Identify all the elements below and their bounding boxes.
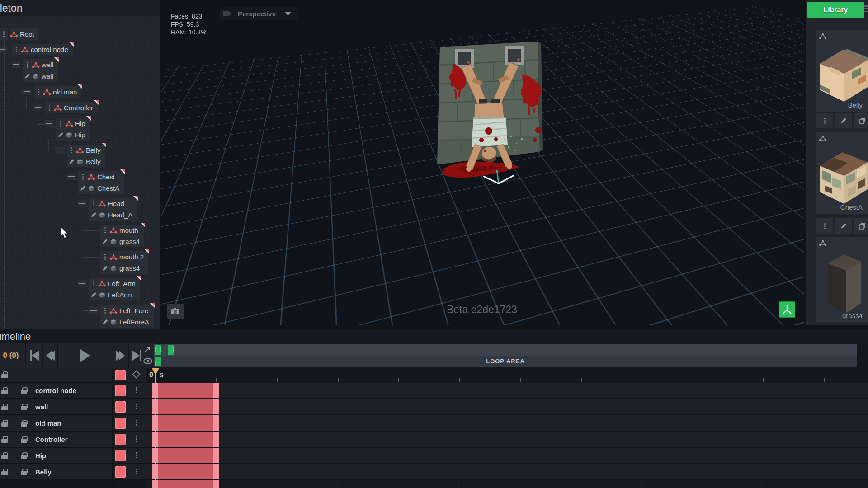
node-menu-icon[interactable] bbox=[67, 145, 76, 156]
node-menu-icon[interactable] bbox=[23, 59, 32, 70]
track-menu-icon[interactable] bbox=[136, 387, 137, 389]
library-button[interactable]: Library bbox=[807, 2, 864, 18]
tree-node-wall[interactable]: wall wall bbox=[23, 59, 58, 82]
lock-icon[interactable] bbox=[21, 436, 27, 443]
edit-pencil-icon[interactable] bbox=[89, 209, 98, 221]
tree-node-hip[interactable]: Hip Hip bbox=[56, 118, 90, 141]
collapse-toggle[interactable] bbox=[0, 46, 7, 53]
skip-start-button[interactable] bbox=[26, 343, 43, 368]
tree-node-controller[interactable]: Controller bbox=[45, 102, 98, 113]
graph-editor-icon[interactable] bbox=[144, 347, 151, 353]
library-item-belly[interactable]: Belly bbox=[816, 30, 868, 112]
node-menu-icon[interactable] bbox=[12, 44, 21, 55]
track-menu-icon[interactable] bbox=[136, 436, 137, 437]
tree-node-head[interactable]: Head Head_A bbox=[89, 198, 137, 221]
collapse-toggle[interactable] bbox=[22, 89, 32, 95]
track-row[interactable]: Belly bbox=[0, 464, 868, 480]
node-menu-icon[interactable] bbox=[100, 225, 109, 236]
viewport-3d[interactable]: Faces: 823 FPS: 59.3 RAM: 10.3% Perspect… bbox=[161, 0, 804, 325]
edit-pencil-icon[interactable] bbox=[78, 183, 87, 194]
lock-icon[interactable] bbox=[1, 371, 8, 378]
track-menu-icon[interactable] bbox=[136, 469, 137, 470]
collapse-toggle[interactable] bbox=[89, 307, 99, 314]
node-menu-icon[interactable] bbox=[100, 305, 109, 316]
tree-node-control-node[interactable]: control node bbox=[12, 44, 73, 55]
node-menu-icon[interactable] bbox=[78, 171, 87, 183]
tree-node-mouth[interactable]: mouth grass4 bbox=[100, 225, 144, 247]
track-color-swatch[interactable] bbox=[115, 434, 126, 445]
lock-icon[interactable] bbox=[1, 436, 8, 443]
lock-icon[interactable] bbox=[1, 452, 8, 459]
lock-icon[interactable] bbox=[1, 420, 8, 427]
collapse-toggle[interactable] bbox=[66, 174, 76, 180]
lock-icon[interactable] bbox=[21, 404, 27, 410]
edit-pencil-icon[interactable] bbox=[89, 289, 98, 300]
lock-icon[interactable] bbox=[21, 420, 27, 427]
collapse-toggle[interactable] bbox=[77, 280, 87, 287]
track-row[interactable]: old man bbox=[0, 415, 868, 432]
lock-icon[interactable] bbox=[21, 469, 27, 475]
item-menu-button[interactable] bbox=[816, 218, 833, 234]
loop-start-handle[interactable] bbox=[155, 357, 161, 366]
track-color-swatch[interactable] bbox=[115, 466, 126, 478]
library-item-chesta[interactable]: ChestA bbox=[816, 132, 868, 214]
tree-node-left-fore[interactable]: Left_Fore LeftForeA bbox=[100, 305, 154, 328]
playhead-handle[interactable] bbox=[152, 368, 159, 375]
timeline-zoom-strip[interactable] bbox=[154, 344, 857, 356]
item-menu-button[interactable] bbox=[816, 113, 833, 128]
item-edit-button[interactable] bbox=[835, 113, 852, 128]
track-row[interactable]: control node bbox=[0, 383, 868, 399]
node-menu-icon[interactable] bbox=[100, 251, 109, 263]
tree-node-left-arm[interactable]: Left_Arm LeftArm bbox=[89, 278, 140, 300]
visibility-eye-icon[interactable] bbox=[143, 358, 152, 364]
loop-area-strip[interactable]: LOOP AREA bbox=[154, 356, 857, 367]
collapse-toggle[interactable] bbox=[11, 61, 21, 68]
edit-pencil-icon[interactable] bbox=[100, 316, 109, 328]
node-menu-icon[interactable] bbox=[34, 86, 43, 98]
track-menu-icon[interactable] bbox=[136, 452, 137, 454]
node-menu-icon[interactable] bbox=[89, 198, 98, 209]
track-color-swatch[interactable] bbox=[115, 418, 126, 429]
edit-pencil-icon[interactable] bbox=[100, 263, 109, 274]
tree-node-chest[interactable]: Chest ChestA bbox=[78, 171, 124, 194]
node-menu-icon[interactable] bbox=[56, 118, 65, 129]
item-duplicate-button[interactable] bbox=[854, 218, 868, 234]
play-button[interactable] bbox=[58, 343, 112, 368]
node-menu-icon[interactable] bbox=[89, 278, 98, 289]
item-duplicate-button[interactable] bbox=[854, 113, 868, 128]
library-item-grass4[interactable]: grass4 bbox=[816, 237, 868, 322]
zoom-handle[interactable] bbox=[168, 345, 174, 355]
track-color-swatch[interactable] bbox=[115, 450, 126, 461]
collapse-toggle[interactable] bbox=[33, 104, 43, 111]
track-row[interactable]: wall bbox=[0, 399, 868, 415]
lock-icon[interactable] bbox=[21, 387, 27, 394]
track-row[interactable]: Controller bbox=[0, 432, 868, 448]
fast-forward-button[interactable] bbox=[112, 343, 129, 368]
track-menu-icon[interactable] bbox=[136, 404, 137, 405]
zoom-handle[interactable] bbox=[155, 345, 161, 355]
lock-icon[interactable] bbox=[1, 387, 8, 394]
edit-pencil-icon[interactable] bbox=[56, 129, 65, 141]
tree-node-root[interactable]: Root bbox=[10, 28, 39, 40]
menu-icon[interactable] bbox=[864, 5, 868, 14]
track-row[interactable]: Hip bbox=[0, 448, 868, 464]
node-menu-icon[interactable] bbox=[45, 102, 54, 113]
tree-node-mouth-2[interactable]: mouth 2 grass4 bbox=[100, 251, 148, 274]
edit-pencil-icon[interactable] bbox=[23, 70, 32, 82]
collapse-toggle[interactable] bbox=[55, 147, 65, 154]
lock-icon[interactable] bbox=[21, 452, 27, 459]
track-color-swatch[interactable] bbox=[115, 401, 126, 413]
edit-pencil-icon[interactable] bbox=[100, 236, 109, 247]
tree-node-root-menu[interactable] bbox=[0, 28, 8, 40]
keyframe-diamond-icon[interactable] bbox=[132, 370, 140, 378]
tree-node-old-man[interactable]: old man bbox=[34, 86, 81, 98]
item-edit-button[interactable] bbox=[835, 218, 852, 234]
track-color-swatch[interactable] bbox=[115, 385, 126, 396]
lock-icon[interactable] bbox=[1, 404, 8, 410]
edit-pencil-icon[interactable] bbox=[67, 156, 76, 167]
collapse-toggle[interactable] bbox=[77, 200, 87, 207]
screenshot-button[interactable] bbox=[167, 304, 184, 319]
camera-mode-dropdown[interactable]: Perspective bbox=[219, 7, 298, 20]
playhead-line[interactable] bbox=[155, 369, 156, 488]
collapse-toggle[interactable] bbox=[44, 120, 54, 127]
